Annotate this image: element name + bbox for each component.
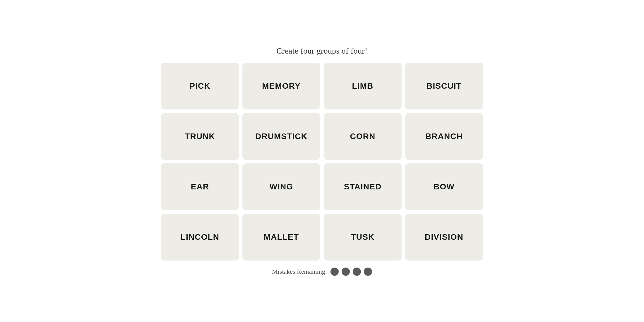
card-label-division: DIVISION: [425, 232, 463, 242]
card-label-limb: LIMB: [352, 81, 374, 91]
word-grid: PICKMEMORYLIMBBISCUITTRUNKDRUMSTICKCORNB…: [161, 63, 483, 261]
mistake-dot-2: [342, 268, 350, 276]
card-biscuit[interactable]: BISCUIT: [405, 63, 483, 109]
card-wing[interactable]: WING: [242, 163, 320, 210]
mistake-dot-3: [353, 268, 361, 276]
card-label-drumstick: DRUMSTICK: [255, 132, 307, 141]
card-ear[interactable]: EAR: [161, 163, 239, 210]
card-corn[interactable]: CORN: [324, 113, 402, 160]
game-container: Create four groups of four! PICKMEMORYLI…: [161, 46, 483, 276]
mistakes-dots: [330, 268, 372, 276]
card-drumstick[interactable]: DRUMSTICK: [242, 113, 320, 160]
card-label-memory: MEMORY: [262, 81, 301, 91]
card-label-wing: WING: [270, 182, 293, 191]
card-lincoln[interactable]: LINCOLN: [161, 214, 239, 261]
card-memory[interactable]: MEMORY: [242, 63, 320, 109]
card-label-lincoln: LINCOLN: [181, 232, 219, 242]
card-branch[interactable]: BRANCH: [405, 113, 483, 160]
card-label-tusk: TUSK: [351, 232, 375, 242]
subtitle: Create four groups of four!: [277, 46, 368, 56]
card-label-ear: EAR: [191, 182, 209, 191]
card-division[interactable]: DIVISION: [405, 214, 483, 261]
mistakes-section: Mistakes Remaining:: [272, 268, 372, 276]
card-tusk[interactable]: TUSK: [324, 214, 402, 261]
card-label-corn: CORN: [350, 132, 376, 141]
card-label-bow: BOW: [434, 182, 455, 191]
card-mallet[interactable]: MALLET: [242, 214, 320, 261]
card-label-branch: BRANCH: [425, 132, 463, 141]
card-stained[interactable]: STAINED: [324, 163, 402, 210]
mistake-dot-4: [364, 268, 372, 276]
card-label-biscuit: BISCUIT: [427, 81, 462, 91]
card-label-mallet: MALLET: [264, 232, 299, 242]
card-bow[interactable]: BOW: [405, 163, 483, 210]
card-pick[interactable]: PICK: [161, 63, 239, 109]
card-label-pick: PICK: [189, 81, 210, 91]
mistakes-label: Mistakes Remaining:: [272, 268, 327, 275]
card-label-stained: STAINED: [344, 182, 382, 191]
card-limb[interactable]: LIMB: [324, 63, 402, 109]
card-trunk[interactable]: TRUNK: [161, 113, 239, 160]
mistake-dot-1: [330, 268, 339, 276]
card-label-trunk: TRUNK: [185, 132, 215, 141]
